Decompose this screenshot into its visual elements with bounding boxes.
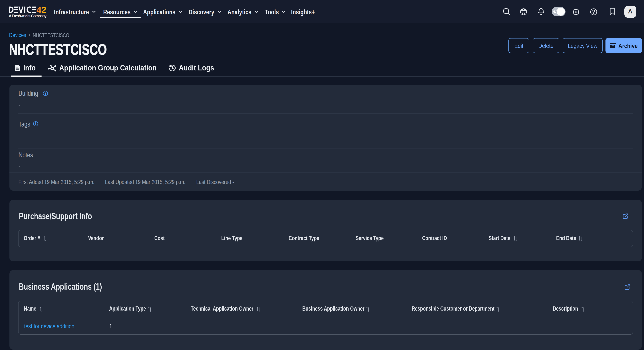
svg-text:42: 42 — [36, 5, 46, 15]
svg-text:A Freshworks Company: A Freshworks Company — [9, 14, 46, 18]
